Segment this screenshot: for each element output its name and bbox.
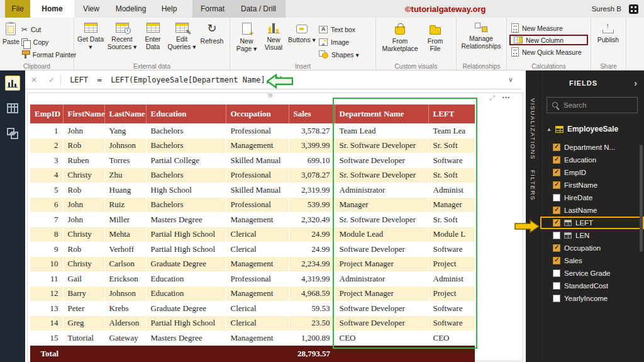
column-header-department-name[interactable]: Department Name — [335, 105, 428, 123]
field-item-department-n[interactable]: Department N... — [540, 141, 644, 154]
refresh-label: Refresh — [197, 37, 226, 45]
visualizations-panel-tab[interactable]: VISUALIZATIONS — [530, 98, 536, 160]
fields-table-employeesale[interactable]: EmployeeSale — [540, 122, 644, 136]
new-quick-measure-button[interactable]: New Quick Measure — [509, 47, 588, 57]
cancel-formula-icon[interactable]: ✕ — [25, 76, 43, 84]
cut-icon — [21, 25, 28, 34]
data-view-button[interactable] — [5, 101, 20, 116]
field-label: LEN — [575, 232, 589, 239]
field-item-yearlyincome[interactable]: YearlyIncome — [540, 292, 644, 305]
collapse-table-icon[interactable] — [547, 127, 552, 132]
commit-formula-icon[interactable]: ✓ — [43, 76, 60, 84]
field-checkbox[interactable] — [553, 232, 560, 239]
column-header-firstname[interactable]: FirstName — [63, 105, 104, 123]
tab-home[interactable]: Home — [30, 0, 74, 18]
field-item-education[interactable]: Education — [540, 154, 644, 166]
new-measure-button[interactable]: New Measure — [509, 23, 588, 33]
paste-button[interactable]: Paste — [3, 19, 19, 60]
field-item-sales[interactable]: Sales — [540, 254, 644, 267]
edit-queries-icon — [175, 23, 189, 33]
field-item-service-grade[interactable]: Service Grade — [540, 267, 644, 280]
image-button[interactable]: Image — [317, 37, 361, 47]
ribbon-group-insert: New Page ▾ New Visual Buttons ▾ Text box… — [230, 18, 376, 70]
tab-view[interactable]: View — [74, 0, 108, 18]
report-canvas[interactable]: EmpIDFirstNameLastNameEducationOccupatio… — [25, 89, 526, 362]
collapse-fields-icon[interactable]: › — [634, 78, 638, 88]
enter-data-button[interactable]: Enter Data — [140, 19, 166, 60]
get-data-button[interactable]: Get Data ▾ — [77, 19, 104, 60]
tab-data-drill[interactable]: Data / Drill — [233, 0, 284, 18]
table-cell: Verhoff — [104, 242, 146, 257]
app-grid-icon[interactable] — [629, 4, 638, 14]
field-item-hiredate[interactable]: HireDate — [540, 191, 644, 204]
folder-icon — [430, 27, 441, 35]
field-item-left[interactable]: LEFT — [540, 217, 644, 229]
field-item-empid[interactable]: EmpID — [540, 166, 644, 179]
publish-button[interactable]: Publish — [594, 19, 623, 60]
signed-in-user[interactable]: Suresh B — [592, 0, 621, 18]
field-checkbox[interactable] — [553, 156, 560, 164]
tab-help[interactable]: Help — [153, 0, 185, 18]
focus-mode-icon[interactable] — [489, 94, 495, 102]
edit-queries-button[interactable]: Edit Queries ▾ — [166, 19, 197, 60]
field-checkbox[interactable] — [553, 295, 560, 302]
new-visual-button[interactable]: New Visual — [260, 19, 287, 60]
field-item-lastname[interactable]: LastName — [540, 204, 644, 217]
table-cell: CEO — [428, 331, 475, 346]
table-visual[interactable]: EmpIDFirstNameLastNameEducationOccupatio… — [30, 105, 475, 362]
field-checkbox[interactable] — [553, 257, 560, 264]
table-cell: Manager — [335, 198, 428, 213]
table-cell: Johnson — [104, 286, 146, 302]
field-checkbox[interactable] — [553, 194, 560, 201]
column-header-empid[interactable]: EmpID — [30, 105, 63, 123]
tab-modeling[interactable]: Modeling — [108, 0, 153, 18]
copy-button[interactable]: Copy — [19, 37, 78, 47]
field-checkbox[interactable] — [553, 282, 560, 290]
filters-panel-tab[interactable]: FILTERS — [530, 170, 536, 201]
from-file-button[interactable]: From File — [421, 19, 449, 60]
visual-drag-grip-icon[interactable] — [268, 91, 273, 100]
new-page-button[interactable]: New Page ▾ — [233, 19, 260, 60]
field-checkbox[interactable] — [553, 244, 560, 252]
fields-panel-title: FIELDS — [569, 79, 597, 87]
model-view-button[interactable] — [5, 126, 20, 141]
column-header-occupation[interactable]: Occupation — [226, 105, 289, 123]
visual-more-options-icon[interactable] — [502, 93, 511, 102]
tab-file[interactable]: File — [5, 0, 30, 18]
field-checkbox[interactable] — [553, 144, 560, 151]
tab-format[interactable]: Format — [192, 0, 233, 18]
field-item-occupation[interactable]: Occupation — [540, 242, 644, 254]
field-checkbox[interactable] — [553, 269, 560, 277]
column-header-education[interactable]: Education — [146, 105, 226, 123]
table-cell: 2,319.99 — [289, 183, 335, 198]
format-painter-button[interactable]: Format Painter — [19, 49, 78, 60]
shapes-button[interactable]: Shapes ▾ — [317, 49, 361, 60]
column-header-left[interactable]: LEFT — [428, 105, 475, 123]
recent-sources-icon — [116, 23, 129, 33]
table-cell: 59.53 — [289, 301, 335, 316]
refresh-button[interactable]: Refresh — [197, 19, 226, 60]
field-checkbox[interactable] — [553, 219, 560, 227]
field-checkbox[interactable] — [553, 181, 560, 189]
fields-search-input[interactable]: Search — [547, 97, 638, 113]
field-checkbox[interactable] — [553, 169, 560, 176]
text-box-button[interactable]: Text box — [317, 24, 361, 35]
column-header-sales[interactable]: Sales — [289, 105, 335, 123]
from-marketplace-button[interactable]: From Marketplace — [379, 19, 421, 60]
fields-scrollbar[interactable] — [640, 145, 643, 252]
field-item-firstname[interactable]: FirstName — [540, 179, 644, 191]
field-item-len[interactable]: LEN — [540, 229, 644, 242]
field-item-standardcost[interactable]: StandardCost — [540, 280, 644, 292]
formula-text[interactable]: LEFT = LEFT(EmployeeSale[Department Name… — [70, 76, 284, 84]
new-column-button[interactable]: New Column — [509, 35, 588, 45]
report-view-button[interactable] — [5, 76, 20, 91]
expand-formula-bar-icon[interactable]: ∨ — [508, 76, 513, 84]
enter-data-label: Enter Data — [140, 35, 166, 50]
dax-formula-bar[interactable]: ✕ ✓ LEFT = LEFT(EmployeeSale[Department … — [25, 71, 521, 89]
column-header-lastname[interactable]: LastName — [104, 105, 146, 123]
field-checkbox[interactable] — [553, 206, 560, 214]
recent-sources-button[interactable]: Recent Sources ▾ — [104, 19, 140, 60]
manage-relationships-button[interactable]: Manage Relationships — [459, 19, 503, 60]
cut-button[interactable]: Cut — [19, 24, 78, 35]
buttons-button[interactable]: Buttons ▾ — [287, 19, 317, 60]
